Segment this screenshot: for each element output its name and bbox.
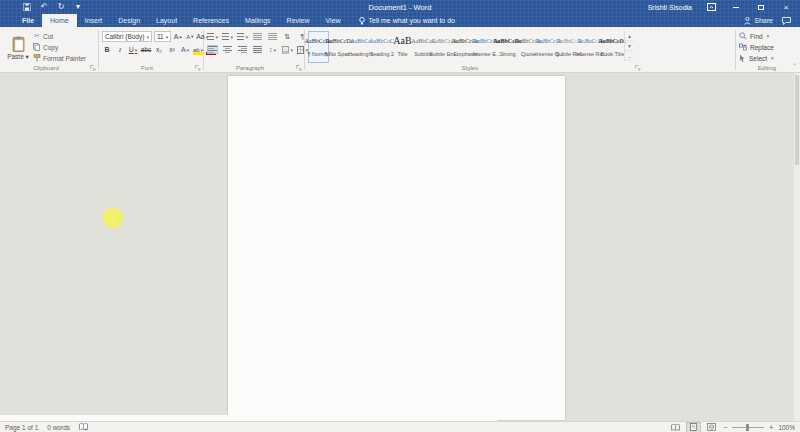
style-sample: AaBbCc (350, 35, 371, 49)
close-button[interactable]: × (780, 2, 792, 13)
page-indicator[interactable]: Page 1 of 1 (5, 424, 38, 431)
ribbon-tabs: FileHomeInsertDesignLayoutReferencesMail… (0, 14, 349, 27)
font-group: Calibri (Body)▾ 11▾ A▲ A▼ Aa▾ B I U▾ abc… (99, 28, 203, 72)
align-left-icon (208, 46, 217, 53)
font-dialog-launcher[interactable] (195, 65, 201, 71)
style-sample: AaBbCcC (369, 35, 394, 49)
font-name-combo[interactable]: Calibri (Body)▾ (102, 31, 152, 42)
print-layout-button[interactable] (687, 423, 700, 432)
style-h2[interactable]: AaBbCcCHeading 2 (371, 31, 392, 63)
collapse-ribbon-icon[interactable]: ⌃ (792, 62, 797, 69)
paragraph-group-label: Paragraph (204, 65, 296, 71)
styles-group: AaBbCcDc¶ NormalAaBbCcDc¶ No Spac...AaBb… (305, 28, 643, 72)
superscript-button[interactable]: x² (167, 44, 177, 55)
styles-scroll-up-icon[interactable]: ▲ (625, 31, 634, 41)
style-normal[interactable]: AaBbCcDc¶ No Spac... (329, 31, 350, 63)
paragraph-dialog-launcher[interactable] (296, 65, 302, 71)
font-size-combo[interactable]: 11▾ (154, 31, 171, 42)
minimize-button[interactable] (730, 2, 742, 13)
copy-icon (33, 43, 41, 51)
sort-button[interactable]: ⇅ (282, 31, 293, 42)
quick-access-toolbar: ↶ ↻ ▾ (0, 2, 83, 12)
paste-button[interactable]: Paste ▾ (5, 30, 31, 67)
copy-button[interactable]: Copy (33, 42, 86, 52)
line-spacing-button[interactable]: ↕▾ (267, 44, 278, 55)
cut-button[interactable]: ✂Cut (33, 31, 86, 41)
ribbon-display-options-icon[interactable] (705, 2, 717, 13)
numbering-button[interactable]: ▾ (222, 31, 233, 42)
proofing-icon[interactable] (79, 423, 88, 431)
scrollbar-thumb[interactable] (795, 75, 799, 165)
increase-indent-button[interactable] (267, 31, 278, 42)
word-count[interactable]: 0 words (47, 424, 70, 431)
tab-mailings[interactable]: Mailings (237, 14, 279, 27)
styles-dialog-launcher[interactable] (635, 65, 641, 71)
strikethrough-button[interactable]: abc (141, 44, 151, 55)
italic-button[interactable]: I (115, 44, 125, 55)
tab-view[interactable]: View (318, 14, 349, 27)
tab-insert[interactable]: Insert (77, 14, 111, 27)
style-name: Heading 2 (369, 51, 394, 57)
underline-button[interactable]: U▾ (128, 44, 138, 55)
style-h1[interactable]: AaBbCcHeading 1 (350, 31, 371, 63)
tab-references[interactable]: References (185, 14, 237, 27)
zoom-out-button[interactable]: − (723, 424, 727, 431)
zoom-percentage[interactable]: 100% (778, 424, 795, 431)
bullets-button[interactable]: ▾ (207, 31, 218, 42)
decrease-indent-button[interactable] (252, 31, 263, 42)
style-title[interactable]: AaBTitle (392, 31, 413, 63)
style-name: Title (397, 51, 407, 57)
align-left-button[interactable] (207, 44, 218, 55)
paragraph-group: ▾ ▾ ▾ ⇅ ¶ ↕▾ ▾ ▾ Paragraph (204, 28, 304, 72)
align-right-icon (238, 46, 247, 53)
tab-design[interactable]: Design (110, 14, 148, 27)
title-bar: ↶ ↻ ▾ Document1 - Word Srishti Sisodia × (0, 0, 800, 14)
multilevel-list-button[interactable]: ▾ (237, 31, 248, 42)
web-layout-button[interactable] (705, 423, 718, 432)
format-painter-button[interactable]: Format Painter (33, 53, 86, 63)
save-icon[interactable] (22, 2, 32, 12)
tab-review[interactable]: Review (279, 14, 318, 27)
style-sample: AaBbCcDc (599, 35, 627, 49)
tab-file[interactable]: File (14, 14, 42, 27)
clipboard-dialog-launcher[interactable] (90, 65, 96, 71)
replace-button[interactable]: Replace (739, 42, 795, 52)
user-name: Srishti Sisodia (648, 4, 692, 11)
qat-customize-icon[interactable]: ▾ (73, 2, 83, 12)
read-mode-button[interactable] (669, 423, 682, 432)
styles-scroll-down-icon[interactable]: ▼ (625, 41, 634, 51)
redo-icon[interactable]: ↻ (56, 2, 66, 12)
bold-button[interactable]: B (102, 44, 112, 55)
styles-gallery-scroll: ▲ ▼ ⌄ (624, 31, 634, 61)
highlight-color-button[interactable]: ab▾ (193, 44, 203, 55)
subscript-button[interactable]: x₂ (154, 44, 164, 55)
undo-icon[interactable]: ↶ (39, 2, 49, 12)
text-effects-button[interactable]: A▾ (180, 44, 190, 55)
shading-button[interactable]: ▾ (282, 44, 293, 55)
tell-me-box[interactable]: Tell me what you want to do (359, 14, 455, 27)
vertical-scrollbar[interactable] (794, 73, 800, 421)
bullets-icon (207, 33, 214, 40)
align-right-button[interactable] (237, 44, 248, 55)
zoom-in-button[interactable]: + (769, 424, 773, 431)
restore-button[interactable] (755, 2, 767, 13)
zoom-slider-thumb[interactable] (746, 424, 749, 431)
tab-home[interactable]: Home (42, 14, 77, 27)
tab-layout[interactable]: Layout (148, 14, 185, 27)
clipboard-group-label: Clipboard (2, 65, 90, 71)
align-center-button[interactable] (222, 44, 233, 55)
zoom-slider[interactable] (732, 427, 764, 428)
grow-font-button[interactable]: A▲ (173, 31, 183, 42)
share-button[interactable]: Share (744, 17, 773, 25)
document-canvas[interactable] (0, 73, 800, 421)
styles-more-icon[interactable]: ⌄ (625, 51, 634, 61)
comments-icon[interactable] (782, 17, 791, 25)
document-page[interactable] (228, 76, 565, 420)
select-button[interactable]: Select▾ (739, 53, 795, 63)
style-book[interactable]: AaBbCcDcBook Title (602, 31, 623, 63)
paste-label: Paste (7, 53, 24, 60)
find-button[interactable]: Find▾ (739, 31, 795, 41)
shrink-font-button[interactable]: A▼ (185, 31, 195, 42)
justify-button[interactable] (252, 44, 263, 55)
search-icon (739, 32, 747, 40)
